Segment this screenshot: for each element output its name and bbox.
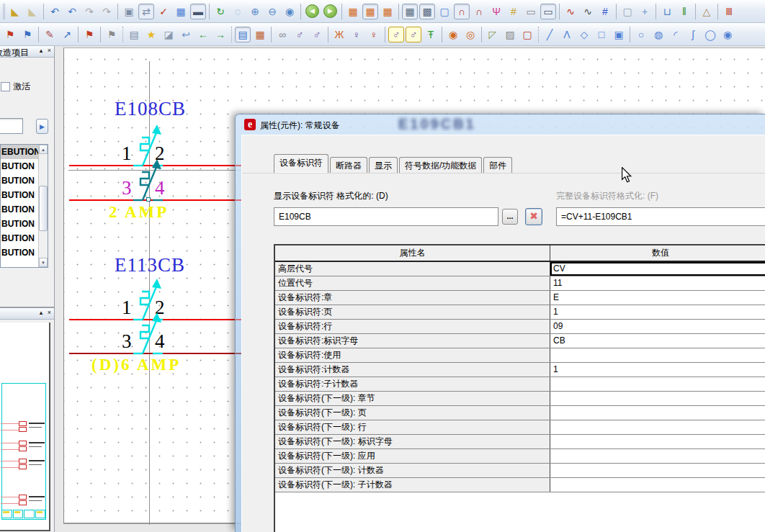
property-name-cell[interactable]: 高层代号 <box>275 262 550 276</box>
red-bars-icon[interactable]: Ⅲ <box>721 4 737 19</box>
barcode-icon[interactable]: ‖ <box>676 4 692 19</box>
filter-input[interactable] <box>0 118 23 134</box>
stamp-icon[interactable]: △ <box>699 4 715 19</box>
device-label-e108cb[interactable]: E108CB <box>115 98 186 120</box>
page-revert-icon[interactable]: ↩ <box>178 27 194 42</box>
page-preview-thumbnail[interactable] <box>0 323 50 531</box>
flag-red-icon[interactable]: ⚑ <box>2 27 18 42</box>
flag-config-icon[interactable]: ⚑ <box>104 27 120 42</box>
activate-checkbox[interactable] <box>1 82 10 91</box>
property-value-cell[interactable] <box>550 377 765 391</box>
scroll-up-icon[interactable]: ▲ <box>39 145 48 154</box>
navigator-table-a-icon[interactable]: ▦ <box>345 4 361 19</box>
page-structure-icon[interactable]: ⇄ <box>138 4 154 19</box>
property-value-cell[interactable] <box>550 392 765 405</box>
connection-branch-icon[interactable]: Ψ <box>488 4 504 19</box>
page-forward-icon[interactable]: → <box>212 27 228 42</box>
net-connections-icon[interactable]: Ж <box>331 27 347 42</box>
conductor-wave-1-icon[interactable]: ∿ <box>563 4 578 19</box>
selection-handle[interactable] <box>146 197 151 202</box>
potential-node-2-icon[interactable]: ♂ <box>309 27 325 42</box>
zoom-out-icon[interactable]: ⊖ <box>264 4 280 19</box>
corner-marker-icon[interactable]: ◸ <box>485 27 501 42</box>
dialog-titlebar[interactable]: E109CB1 e 属性(元件): 常规设备 <box>236 114 765 135</box>
property-value-cell[interactable] <box>550 406 765 420</box>
property-value-cell[interactable] <box>550 420 765 434</box>
property-name-cell[interactable]: 设备标识符(下一级): 章节 <box>275 392 550 405</box>
draw-rectangle-icon[interactable]: □ <box>594 27 609 42</box>
property-name-cell[interactable]: 设备标识符(下一级): 计数器 <box>275 464 550 477</box>
panel-close-icon[interactable]: × <box>48 47 53 54</box>
property-value-cell[interactable]: 09 <box>550 320 765 333</box>
undo-history-icon[interactable]: ↶ <box>47 4 63 19</box>
draw-polyline-icon[interactable]: Λ <box>559 27 575 42</box>
property-value-cell[interactable] <box>550 435 765 448</box>
terminal-diagram-icon[interactable]: ▦ <box>252 27 268 42</box>
preview-minimize-icon[interactable]: ▴ <box>40 309 45 316</box>
object-frame-icon[interactable]: ▢ <box>437 4 452 19</box>
property-name-cell[interactable]: 设备标识符(下一级): 子计数器 <box>275 478 550 492</box>
magnet-move-icon[interactable]: ∩ <box>471 4 487 19</box>
property-name-cell[interactable]: 设备标识符:使用 <box>275 348 550 362</box>
next-page-icon[interactable]: ▶ <box>323 4 337 18</box>
device-list-icon[interactable]: ▤ <box>235 27 251 42</box>
terminal-sort-1-icon[interactable]: ♀ <box>349 27 364 42</box>
counter-123-icon[interactable]: # <box>506 4 522 19</box>
draw-polygon-icon[interactable]: ◇ <box>576 27 592 42</box>
draw-circle-icon[interactable]: ○ <box>633 27 649 42</box>
tab-5[interactable]: 部件 <box>483 157 512 173</box>
displayed-dt-input[interactable]: E109CB <box>274 207 498 226</box>
selection-frame-icon[interactable]: ▢ <box>619 4 635 19</box>
list-vertical-scrollbar[interactable]: ▲ ▼ <box>38 145 48 267</box>
gear-pair-icon[interactable]: ∞ <box>274 27 290 42</box>
header-value[interactable]: 数值 <box>550 245 765 261</box>
potential-node-1-icon[interactable]: ♂ <box>292 27 308 42</box>
refresh-icon[interactable]: ↻ <box>212 4 228 19</box>
property-value-cell[interactable]: E <box>550 291 765 305</box>
stretch-handles-icon[interactable]: + <box>637 4 653 19</box>
value-field-2-icon[interactable]: ▭ <box>540 4 556 19</box>
preview-close-icon[interactable]: × <box>48 309 53 316</box>
interruption-point-icon[interactable]: Ŧ <box>423 27 439 42</box>
property-name-cell[interactable]: 设备标识符(下一级): 页 <box>275 406 550 420</box>
conductor-wave-2-icon[interactable]: ∿ <box>580 4 596 19</box>
cascade-windows-icon[interactable]: ▣ <box>121 4 137 19</box>
redo-icon[interactable]: ↷ <box>81 4 97 19</box>
apply-filter-button[interactable]: ▶ <box>36 119 48 134</box>
property-value-cell[interactable]: 1 <box>550 305 765 319</box>
tab-3[interactable]: 显示 <box>369 157 398 173</box>
scroll-down-icon[interactable]: ▼ <box>39 258 48 267</box>
navigator-table-b-icon[interactable]: ▦ <box>362 4 378 19</box>
flag-delete-icon[interactable]: ⚑ <box>81 27 97 42</box>
goto-page-icon[interactable]: ↗ <box>59 27 75 42</box>
undo-icon[interactable]: ↶ <box>64 4 80 19</box>
tab-2[interactable]: 断路器 <box>330 157 367 173</box>
draw-arc-icon[interactable]: ◜ <box>668 27 684 42</box>
zoom-in-icon[interactable]: ⊕ <box>247 4 263 19</box>
snap-magnet-icon[interactable]: ∩ <box>454 4 470 19</box>
message-check-icon[interactable]: ✓ <box>156 4 171 19</box>
redo-history-icon[interactable]: ↷ <box>99 4 115 19</box>
format-paintbrush-icon[interactable]: ◣ <box>7 4 23 19</box>
property-name-cell[interactable]: 设备标识符:计数器 <box>275 363 550 377</box>
property-name-cell[interactable]: 设备标识符:标识字母 <box>275 334 550 348</box>
value-field-icon[interactable]: ▭ <box>523 4 539 19</box>
view-eye-icon[interactable]: ◉ <box>720 27 735 42</box>
zoom-window-icon[interactable]: ◌ <box>230 4 246 19</box>
draw-line-icon[interactable]: ╱ <box>542 27 558 42</box>
draw-curve-icon[interactable]: ʃ <box>685 27 701 42</box>
pin-icon[interactable]: ◎ <box>462 27 478 42</box>
page-back-icon[interactable]: ← <box>195 27 211 42</box>
header-property-name[interactable]: 属性名 <box>275 245 550 261</box>
preview-titlebar[interactable]: ▴ × <box>0 308 54 320</box>
insert-grid-icon[interactable]: ▦ <box>173 4 189 19</box>
property-name-cell[interactable]: 位置代号 <box>275 276 550 290</box>
property-value-cell[interactable]: CB <box>550 334 765 348</box>
copy-page-icon[interactable]: ▤ <box>126 27 142 42</box>
property-name-cell[interactable]: 设备标识符:子计数器 <box>275 377 550 391</box>
draw-circle-filled-icon[interactable]: ◍ <box>650 27 666 42</box>
tab-1[interactable]: 设备标识符 <box>274 154 328 173</box>
draw-ellipse-icon[interactable]: ◯ <box>702 27 718 42</box>
property-value-cell[interactable]: 1 <box>550 363 765 377</box>
device-label-e113cb[interactable]: E113CB <box>115 254 185 276</box>
